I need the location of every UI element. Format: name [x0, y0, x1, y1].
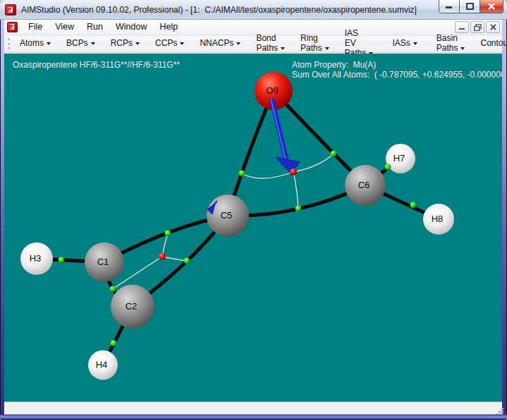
- mdi-restore-button[interactable]: [470, 21, 484, 33]
- bcp-C6-H7[interactable]: [385, 164, 391, 171]
- toolbar-ring-paths-button[interactable]: Ring Paths: [295, 31, 335, 56]
- rcp-O9-C5-C6[interactable]: [290, 168, 297, 175]
- menu-help[interactable]: Help: [153, 20, 184, 35]
- aimall-logo-icon[interactable]: E: [5, 4, 16, 16]
- toolbar-grip-icon[interactable]: [8, 38, 10, 49]
- dropdown-arrow-icon: [236, 42, 240, 47]
- bcp-O9-C6[interactable]: [331, 151, 337, 157]
- atom-label-H4: H4: [96, 359, 108, 370]
- ring-path-rcpA-bcpC5C6: [293, 172, 298, 209]
- window-title: AIMStudio (Version 09.10.02, Professiona…: [21, 0, 417, 20]
- dropdown-arrow-icon: [91, 42, 95, 47]
- dropdown-arrow-icon: [460, 47, 465, 52]
- client-area: E File View Run Window Help: [4, 20, 502, 414]
- menu-window[interactable]: Window: [109, 20, 153, 35]
- close-icon: [487, 3, 496, 10]
- bcp-C2-C5[interactable]: [184, 258, 190, 264]
- app-window: E AIMStudio (Version 09.10.02, Professio…: [0, 0, 507, 420]
- toolbar-bond-paths-button[interactable]: Bond Paths: [250, 31, 291, 56]
- canvas-overlay-text: Oxaspiropentene HF/6-311G**//HF/6-311G**…: [13, 60, 502, 80]
- toolbar-iass-button[interactable]: IASs: [383, 36, 426, 51]
- mdi-close-button[interactable]: [486, 21, 500, 33]
- dropdown-arrow-icon: [413, 42, 417, 47]
- atom-label-C1: C1: [97, 257, 109, 267]
- close-button[interactable]: [479, 0, 503, 13]
- atom-label-H3: H3: [30, 253, 42, 264]
- toolbar-ccps-button[interactable]: CCPs: [149, 36, 190, 51]
- window-controls: [439, 0, 503, 14]
- resize-grip-icon[interactable]: [499, 411, 501, 413]
- dropdown-arrow-icon: [180, 42, 184, 47]
- mdi-child-logo-icon[interactable]: E: [7, 22, 18, 32]
- maximize-icon: [466, 3, 474, 10]
- atom-label-C5: C5: [221, 210, 233, 221]
- window-bottom-frame: [0, 414, 507, 420]
- bcp-C6-H8[interactable]: [410, 202, 417, 209]
- bcp-C5-O9[interactable]: [239, 171, 245, 177]
- bcp-C1-C2[interactable]: [110, 286, 116, 292]
- mdi-close-icon: [490, 24, 496, 30]
- maximize-button[interactable]: [460, 0, 479, 13]
- dropdown-arrow-icon: [281, 47, 285, 52]
- menu-run[interactable]: Run: [80, 20, 109, 35]
- atom-label-C6: C6: [358, 180, 370, 190]
- sum-over-atoms-label: Sum Over All Atoms: ( -0.787095, +0.6249…: [292, 70, 502, 80]
- mdi-restore-icon: [474, 24, 482, 31]
- ring-path-rcpB-bcpC2C5: [162, 257, 187, 261]
- minimize-button[interactable]: [439, 0, 460, 13]
- statusbar: [4, 402, 502, 414]
- toolbar-nnacps-button[interactable]: NNACPs: [194, 36, 246, 51]
- toolbar-contours-button[interactable]: Contours: [475, 36, 507, 51]
- menu-file[interactable]: File: [22, 20, 49, 35]
- toolbar-bcps-button[interactable]: BCPs: [61, 36, 101, 51]
- toolbar-basin-paths-button[interactable]: Basin Paths: [431, 31, 471, 56]
- ring-path-rcpB-bcpC1C5: [162, 233, 168, 257]
- bcp-C2-H4[interactable]: [111, 340, 117, 347]
- dropdown-arrow-icon: [325, 47, 329, 52]
- bcp-C1-C5[interactable]: [165, 230, 171, 237]
- bcp-C5-C6[interactable]: [295, 206, 302, 212]
- toolbar: Atoms BCPs RCPs CCPs NNACPs Bond Paths R…: [4, 35, 502, 53]
- toolbar-atoms-button[interactable]: Atoms: [14, 36, 56, 51]
- canvas-caption: Oxaspiropentene HF/6-311G**//HF/6-311G**: [13, 60, 180, 70]
- mdi-minimize-icon: [459, 24, 465, 30]
- ring-path-rcpA-bcpC5O9: [242, 172, 293, 178]
- dropdown-arrow-icon: [135, 42, 140, 47]
- titlebar[interactable]: E AIMStudio (Version 09.10.02, Professio…: [0, 0, 507, 20]
- atom-label-O9: O9: [266, 85, 278, 96]
- toolbar-rcps-button[interactable]: RCPs: [105, 36, 145, 51]
- molecule-viewport[interactable]: O9C5C6C1C2H3H4H7H8 Oxaspiropentene HF/6-…: [4, 54, 502, 402]
- dropdown-arrow-icon: [47, 42, 51, 47]
- atom-label-C2: C2: [126, 301, 138, 311]
- atom-label-H7: H7: [393, 153, 405, 163]
- menu-view[interactable]: View: [49, 20, 80, 35]
- atom-label-H8: H8: [432, 214, 444, 224]
- minimize-icon: [446, 4, 453, 10]
- rcp-C1-C2-C5[interactable]: [159, 253, 166, 260]
- bcp-H3-C1[interactable]: [59, 257, 65, 264]
- atom-property-label: Atom Property: Mu(A): [292, 60, 376, 70]
